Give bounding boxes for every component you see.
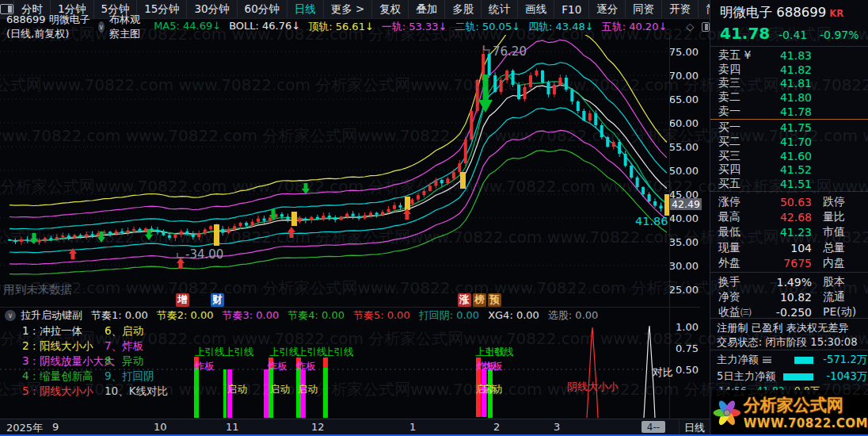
candle-body bbox=[422, 191, 425, 195]
sub-indicator-value: 节奏5: 0.00 bbox=[353, 308, 410, 323]
buy-row[interactable]: 买五41.51 bbox=[710, 177, 868, 191]
panel-split-icon[interactable] bbox=[702, 22, 710, 32]
sub-indicator-value: 选股: 0.00 bbox=[548, 308, 598, 323]
collapse-icon[interactable]: ∨ bbox=[5, 310, 16, 321]
signal-label: 上引线 bbox=[324, 346, 354, 358]
candle-body bbox=[553, 85, 556, 94]
month-label: 12 bbox=[311, 421, 325, 433]
candle-body bbox=[636, 178, 639, 187]
menu-item-日线[interactable]: 日线 bbox=[287, 0, 324, 18]
stats-block-1: 涨停50.63跌停最高42.68量比最低41.23市值现量104总量外盘7675… bbox=[710, 194, 868, 271]
list-icon bbox=[763, 357, 771, 363]
sell-row[interactable]: 卖一41.78 bbox=[710, 105, 868, 119]
candle-body bbox=[61, 235, 64, 237]
candle-body bbox=[55, 237, 59, 239]
spike-label: 阴线大小小 bbox=[567, 381, 619, 392]
sub-indicator-value: 节奏1: 0.00 bbox=[91, 308, 148, 323]
menu-item-开资[interactable]: 开资 bbox=[662, 0, 699, 18]
y-axis-label: 65.00 bbox=[669, 94, 699, 105]
candle-body bbox=[512, 71, 515, 85]
signal-bar bbox=[194, 368, 199, 418]
chevron-down-icon[interactable]: ∨ bbox=[98, 21, 105, 33]
candle-body bbox=[227, 229, 230, 232]
sell-row[interactable]: 卖四41.82 bbox=[710, 63, 868, 77]
buy-row[interactable]: 买二41.70 bbox=[710, 135, 868, 149]
signal-spike bbox=[587, 327, 598, 418]
badge-涨[interactable]: 涨 bbox=[458, 293, 471, 307]
divider bbox=[710, 46, 868, 47]
band-line-五轨 bbox=[10, 130, 667, 264]
badge-财[interactable]: 财 bbox=[211, 293, 224, 307]
candle-body bbox=[333, 217, 337, 220]
badge-预[interactable]: 预 bbox=[488, 293, 501, 307]
candle-body bbox=[648, 194, 651, 201]
candle-body bbox=[523, 87, 527, 99]
menu-item-多股[interactable]: 多股 bbox=[445, 0, 482, 18]
month-label: 10 bbox=[154, 421, 167, 433]
money-flow-row: 主力净额-571.2万 bbox=[717, 353, 867, 367]
band-line-顶轨 bbox=[10, 35, 667, 206]
menu-item-30分钟[interactable]: 30分钟 bbox=[187, 0, 237, 18]
chart-info-bar: 688699 明微电子(日线,前复权) ∨ 布林观察主图 MA5: 44.69↓… bbox=[0, 18, 710, 35]
candle-body bbox=[364, 215, 367, 218]
menu-item-复权[interactable]: 复权 bbox=[372, 0, 409, 18]
candle-body bbox=[322, 216, 325, 219]
legend-item: 8、异动 bbox=[105, 354, 143, 367]
candle-body bbox=[399, 205, 402, 208]
candle-body bbox=[127, 231, 130, 233]
y-axis-label: 70.00 bbox=[669, 70, 699, 82]
main-candlestick-chart[interactable]: 75.0070.0065.0060.0055.0050.0045.0040.00… bbox=[0, 35, 710, 308]
candle-body bbox=[209, 226, 212, 229]
menu-item-画线[interactable]: 画线 bbox=[518, 0, 554, 18]
logo-title: 分析家公式网 bbox=[744, 394, 868, 416]
candle-body bbox=[458, 163, 461, 172]
candle-body bbox=[352, 214, 355, 216]
menu-item-更多 >[interactable]: 更多 > bbox=[324, 0, 373, 18]
diamond-icon[interactable]: ◇ bbox=[686, 21, 694, 33]
candle-body bbox=[168, 235, 171, 239]
menu-item-同资[interactable]: 同资 bbox=[626, 0, 662, 18]
sell-row[interactable]: 卖二41.80 bbox=[710, 90, 868, 105]
sub-y-axis-label: 0.50 bbox=[676, 364, 699, 376]
candle-body bbox=[286, 216, 289, 220]
y-axis-label: 35.00 bbox=[669, 236, 699, 248]
candle-body bbox=[500, 80, 503, 92]
signal-bar bbox=[323, 368, 328, 418]
y-axis-label: 50.00 bbox=[669, 165, 699, 177]
candle-body bbox=[115, 231, 118, 234]
candle-body bbox=[108, 231, 112, 233]
indicator-value: 顶轨: 56.61↓ bbox=[308, 20, 374, 34]
menu-item-F10[interactable]: F10 bbox=[554, 0, 589, 18]
candle-body bbox=[233, 226, 236, 229]
badge-榜[interactable]: 榜 bbox=[473, 293, 486, 307]
menu-item-统计[interactable]: 统计 bbox=[482, 0, 518, 18]
indicator-value: 五轨: 40.20↓ bbox=[602, 20, 668, 34]
sell-row[interactable]: 卖三41.81 bbox=[710, 76, 868, 90]
period-label[interactable]: 日线 bbox=[684, 421, 705, 435]
menu-item-60分钟[interactable]: 60分钟 bbox=[238, 0, 287, 18]
badge-增[interactable]: 增 bbox=[176, 293, 189, 307]
signal-label: 上引线 bbox=[297, 346, 327, 358]
big-sell-arrow-icon bbox=[478, 75, 493, 113]
axis-year-label: 2025年 bbox=[6, 421, 43, 435]
candle-body bbox=[204, 229, 207, 233]
buy-row[interactable]: 买一41.75 bbox=[710, 120, 868, 135]
candle-body bbox=[452, 172, 455, 178]
money-flow-row: 5日主力净额-1043万 bbox=[717, 369, 867, 384]
signal-indicator-chart[interactable]: 1.000.750.50上引线上引线炸板启动上引线炸板启动上引线炸板启动上引线上… bbox=[0, 323, 710, 419]
candle-body bbox=[25, 239, 29, 241]
last-price-axis-tag: 42.49 bbox=[670, 198, 702, 210]
axis-bar-divider bbox=[679, 419, 680, 435]
signal-label: 炸板 bbox=[267, 360, 287, 372]
highlight-candle bbox=[291, 212, 297, 226]
candle-body bbox=[8, 239, 11, 241]
buy-row[interactable]: 买三41.60 bbox=[710, 149, 868, 163]
candle-body bbox=[156, 230, 159, 232]
menu-item-叠加[interactable]: 叠加 bbox=[409, 0, 445, 18]
buy-row[interactable]: 买四41.52 bbox=[710, 163, 868, 178]
candle-body bbox=[85, 234, 88, 236]
candle-body bbox=[263, 219, 266, 221]
sell-row[interactable]: 卖五 ¥41.83 bbox=[710, 48, 868, 63]
menu-item-逐分[interactable]: 逐分 bbox=[589, 0, 626, 18]
legend-item: 3：阴线放量小大大 bbox=[22, 354, 115, 367]
